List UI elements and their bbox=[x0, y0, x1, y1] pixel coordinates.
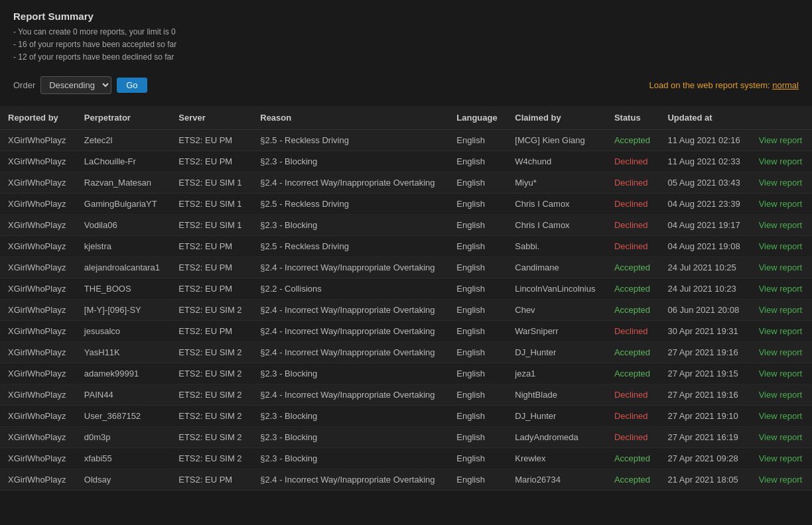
cell-status: Accepted bbox=[606, 299, 660, 320]
cell-reason: §2.3 - Blocking bbox=[252, 363, 448, 384]
cell-view-report[interactable]: View report bbox=[751, 447, 812, 469]
cell-view-report[interactable]: View report bbox=[751, 299, 812, 320]
view-report-link[interactable]: View report bbox=[759, 178, 803, 188]
cell-view-report[interactable]: View report bbox=[751, 426, 812, 447]
cell-reason: §2.3 - Blocking bbox=[252, 405, 448, 426]
cell-claimed-by: Sabbi. bbox=[507, 235, 606, 257]
view-report-link[interactable]: View report bbox=[759, 305, 803, 315]
cell-server: ETS2: EU PM bbox=[170, 129, 252, 150]
cell-status: Declined bbox=[606, 405, 660, 426]
table-row: XGirlWhoPlayz d0m3p ETS2: EU SIM 2 §2.3 … bbox=[0, 426, 812, 447]
view-report-link[interactable]: View report bbox=[759, 241, 803, 251]
cell-reported-by: XGirlWhoPlayz bbox=[0, 172, 76, 193]
col-language: Language bbox=[448, 106, 507, 130]
view-report-link[interactable]: View report bbox=[759, 411, 803, 421]
table-row: XGirlWhoPlayz THE_BOOS ETS2: EU PM §2.2 … bbox=[0, 278, 812, 299]
view-report-link[interactable]: View report bbox=[759, 220, 803, 230]
cell-status: Declined bbox=[606, 193, 660, 214]
cell-status: Accepted bbox=[606, 363, 660, 384]
view-report-link[interactable]: View report bbox=[759, 453, 803, 463]
table-row: XGirlWhoPlayz xfabi55 ETS2: EU SIM 2 §2.… bbox=[0, 447, 812, 469]
cell-server: ETS2: EU SIM 2 bbox=[170, 299, 252, 320]
cell-reason: §2.3 - Blocking bbox=[252, 150, 448, 172]
cell-view-report[interactable]: View report bbox=[751, 384, 812, 405]
cell-view-report[interactable]: View report bbox=[751, 193, 812, 214]
cell-claimed-by: Krewlex bbox=[507, 447, 606, 469]
cell-server: ETS2: EU SIM 1 bbox=[170, 214, 252, 235]
cell-reason: §2.5 - Reckless Driving bbox=[252, 129, 448, 150]
cell-server: ETS2: EU SIM 2 bbox=[170, 363, 252, 384]
col-reason: Reason bbox=[252, 106, 448, 130]
cell-language: English bbox=[448, 278, 507, 299]
cell-view-report[interactable]: View report bbox=[751, 172, 812, 193]
view-report-link[interactable]: View report bbox=[759, 326, 803, 336]
report-limit-line: - You can create 0 more reports, your li… bbox=[13, 26, 799, 38]
view-report-link[interactable]: View report bbox=[759, 262, 803, 272]
col-claimed-by: Claimed by bbox=[507, 106, 606, 130]
go-button[interactable]: Go bbox=[117, 78, 147, 93]
cell-reported-by: XGirlWhoPlayz bbox=[0, 150, 76, 172]
cell-view-report[interactable]: View report bbox=[751, 214, 812, 235]
table-row: XGirlWhoPlayz GamingBulgariaYT ETS2: EU … bbox=[0, 193, 812, 214]
cell-claimed-by: Miyu* bbox=[507, 172, 606, 193]
top-bar: Order Descending Ascending Go Load on th… bbox=[0, 71, 812, 99]
cell-claimed-by: Chris I Camox bbox=[507, 193, 606, 214]
cell-view-report[interactable]: View report bbox=[751, 150, 812, 172]
cell-status: Accepted bbox=[606, 341, 660, 363]
load-info-value[interactable]: normal bbox=[772, 80, 799, 90]
cell-view-report[interactable]: View report bbox=[751, 278, 812, 299]
cell-language: English bbox=[448, 299, 507, 320]
cell-status: Declined bbox=[606, 235, 660, 257]
cell-reason: §2.5 - Reckless Driving bbox=[252, 235, 448, 257]
cell-server: ETS2: EU SIM 1 bbox=[170, 193, 252, 214]
cell-view-report[interactable]: View report bbox=[751, 363, 812, 384]
cell-language: English bbox=[448, 384, 507, 405]
view-report-link[interactable]: View report bbox=[759, 199, 803, 209]
cell-status: Accepted bbox=[606, 447, 660, 469]
cell-language: English bbox=[448, 320, 507, 341]
cell-language: English bbox=[448, 172, 507, 193]
cell-language: English bbox=[448, 363, 507, 384]
cell-status: Declined bbox=[606, 172, 660, 193]
cell-updated-at: 04 Aug 2021 19:08 bbox=[659, 235, 750, 257]
cell-view-report[interactable]: View report bbox=[751, 341, 812, 363]
cell-server: ETS2: EU SIM 2 bbox=[170, 405, 252, 426]
cell-server: ETS2: EU PM bbox=[170, 235, 252, 257]
col-updated-at: Updated at bbox=[659, 106, 750, 130]
cell-server: ETS2: EU SIM 2 bbox=[170, 341, 252, 363]
view-report-link[interactable]: View report bbox=[759, 432, 803, 442]
cell-updated-at: 27 Apr 2021 19:16 bbox=[659, 384, 750, 405]
cell-perpetrator: Zetec2l bbox=[76, 129, 170, 150]
cell-view-report[interactable]: View report bbox=[751, 257, 812, 278]
cell-claimed-by: WarSniperr bbox=[507, 320, 606, 341]
view-report-link[interactable]: View report bbox=[759, 390, 803, 400]
cell-view-report[interactable]: View report bbox=[751, 129, 812, 150]
cell-status: Accepted bbox=[606, 257, 660, 278]
cell-status: Declined bbox=[606, 320, 660, 341]
cell-view-report[interactable]: View report bbox=[751, 235, 812, 257]
page-title: Report Summary bbox=[13, 11, 799, 22]
order-select[interactable]: Descending Ascending bbox=[40, 76, 111, 94]
view-report-link[interactable]: View report bbox=[759, 475, 803, 485]
table-body: XGirlWhoPlayz Zetec2l ETS2: EU PM §2.5 -… bbox=[0, 129, 812, 490]
cell-updated-at: 30 Apr 2021 19:31 bbox=[659, 320, 750, 341]
cell-view-report[interactable]: View report bbox=[751, 320, 812, 341]
table-row: XGirlWhoPlayz Vodila06 ETS2: EU SIM 1 §2… bbox=[0, 214, 812, 235]
view-report-link[interactable]: View report bbox=[759, 369, 803, 379]
load-info: Load on the web report system: normal bbox=[649, 80, 799, 90]
report-declined-line: - 12 of your reports have been declined … bbox=[13, 51, 799, 64]
cell-updated-at: 27 Apr 2021 16:19 bbox=[659, 426, 750, 447]
cell-view-report[interactable]: View report bbox=[751, 405, 812, 426]
cell-status: Accepted bbox=[606, 278, 660, 299]
cell-language: English bbox=[448, 235, 507, 257]
view-report-link[interactable]: View report bbox=[759, 347, 803, 357]
view-report-link[interactable]: View report bbox=[759, 284, 803, 294]
cell-perpetrator: Oldsay bbox=[76, 469, 170, 490]
cell-updated-at: 04 Aug 2021 19:17 bbox=[659, 214, 750, 235]
view-report-link[interactable]: View report bbox=[759, 156, 803, 166]
cell-server: ETS2: EU PM bbox=[170, 278, 252, 299]
view-report-link[interactable]: View report bbox=[759, 135, 803, 145]
cell-reason: §2.4 - Incorrect Way/Inappropriate Overt… bbox=[252, 341, 448, 363]
table-row: XGirlWhoPlayz PAIN44 ETS2: EU SIM 2 §2.4… bbox=[0, 384, 812, 405]
cell-view-report[interactable]: View report bbox=[751, 469, 812, 490]
